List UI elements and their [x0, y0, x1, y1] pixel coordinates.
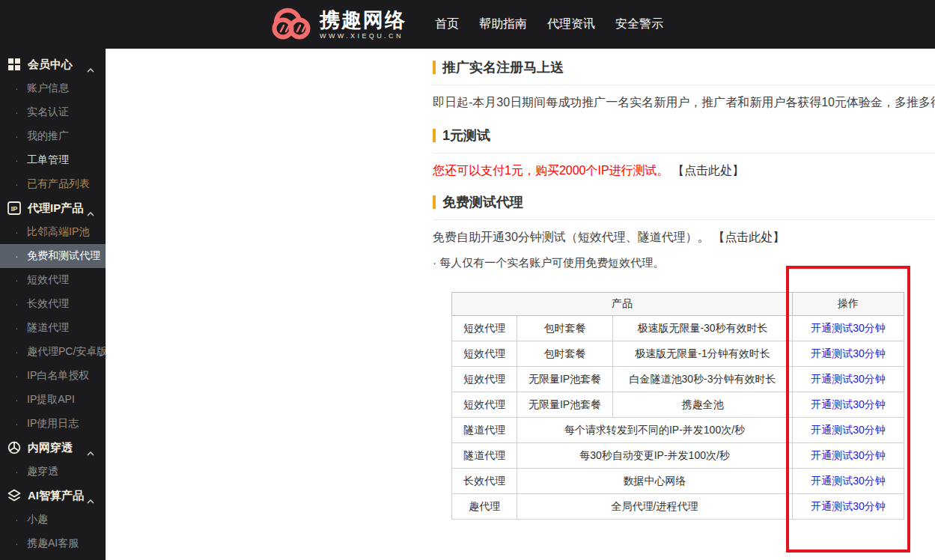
open-test-30min-link[interactable]: 开通测试30分钟: [811, 475, 886, 487]
chevron-up-icon: [87, 493, 94, 507]
nav-item-proxy-news[interactable]: 代理资讯: [547, 16, 595, 32]
one-yuan-click-here-link[interactable]: 【点击此处】: [672, 164, 744, 177]
sidebar-item-tunnel-proxy[interactable]: 隧道代理: [0, 316, 106, 340]
nav-item-security-alert[interactable]: 安全警示: [615, 16, 663, 32]
table-row: 短效代理 无限量IP池套餐 白金隧道池30秒-3分钟有效时长 开通测试30分钟: [452, 367, 904, 392]
section-title-one-yuan-test: 1元测试: [433, 127, 935, 144]
sidebar-item-qu-tunneling[interactable]: 趣穿透: [0, 460, 106, 484]
one-yuan-paragraph: 您还可以支付1元，购买2000个IP进行测试。 【点击此处】: [433, 162, 935, 179]
chevron-up-icon: [87, 62, 94, 76]
table-row: 短效代理 包时套餐 极速版无限量-1分钟有效时长 开通测试30分钟: [452, 341, 904, 367]
sidebar-item-ip-extract-api[interactable]: IP提取API: [0, 388, 106, 412]
sidebar-item-realname-auth[interactable]: 实名认证: [0, 100, 106, 124]
divider: [433, 153, 935, 153]
title-accent-bar: [433, 195, 436, 209]
sidebar-item-ip-whitelist-auth[interactable]: IP白名单授权: [0, 364, 106, 388]
section-title-promo: 推广实名注册马上送: [433, 59, 935, 76]
nav-item-help-guide[interactable]: 帮助指南: [479, 16, 527, 32]
logo-title: 携趣网络: [320, 10, 406, 31]
title-accent-bar: [433, 61, 436, 74]
table-row: 短效代理 无限量IP池套餐 携趣全池 开通测试30分钟: [452, 392, 904, 418]
sidebar-item-short-term-proxy[interactable]: 短效代理: [0, 268, 106, 292]
table-row: 长效代理 数据中心网络 开通测试30分钟: [452, 469, 904, 494]
sidebar-item-owned-product-list[interactable]: 已有产品列表: [0, 172, 106, 196]
layers-icon: [7, 489, 21, 502]
sidebar-item-ticket-management[interactable]: 工单管理: [0, 148, 106, 172]
open-test-30min-link[interactable]: 开通测试30分钟: [811, 347, 886, 359]
sidebar-section-ai-computing-products[interactable]: AI智算产品: [0, 484, 106, 508]
column-header-product: 产品: [452, 293, 793, 316]
page: 携趣网络 WWW.XIEQU.CN 首页 帮助指南 代理资讯 安全警示 会员中心: [0, 0, 935, 560]
open-test-30min-link[interactable]: 开通测试30分钟: [811, 322, 886, 334]
free-test-click-here-link[interactable]: 【点击此处】: [713, 231, 785, 243]
sidebar-item-free-and-test-proxy[interactable]: 免费和测试代理: [0, 244, 106, 268]
sidebar: 会员中心 账户信息 实名认证 我的推广 工单管理 已有产品列表 IP 代理IP产…: [0, 49, 106, 560]
table-row: 隧道代理 每个请求转发到不同的IP-并发100次/秒 开通测试30分钟: [452, 418, 904, 443]
column-header-action: 操作: [793, 293, 904, 316]
logo-text: 携趣网络 WWW.XIEQU.CN: [320, 10, 406, 40]
open-test-30min-link[interactable]: 开通测试30分钟: [811, 424, 886, 436]
one-yuan-alert-text: 您还可以支付1元，购买2000个IP进行测试。: [433, 164, 669, 177]
divider: [433, 85, 935, 85]
top-header: 携趣网络 WWW.XIEQU.CN 首页 帮助指南 代理资讯 安全警示: [0, 0, 935, 49]
chevron-up-icon: [87, 445, 94, 459]
title-accent-bar: [433, 129, 436, 142]
chevron-up-icon: [87, 206, 94, 219]
sidebar-item-xiequ-ai-service[interactable]: 携趣AI客服: [0, 532, 106, 556]
open-test-30min-link[interactable]: 开通测试30分钟: [811, 449, 886, 461]
node-network-icon: [7, 441, 21, 454]
sidebar-item-ip-usage-log[interactable]: IP使用日志: [0, 412, 106, 436]
open-test-30min-link[interactable]: 开通测试30分钟: [811, 373, 886, 385]
sidebar-item-my-referral[interactable]: 我的推广: [0, 124, 106, 148]
nav-item-home[interactable]: 首页: [435, 16, 459, 32]
sidebar-item-quproxy-pc-android[interactable]: 趣代理PC/安卓版: [0, 340, 106, 364]
sidebar-item-account-info[interactable]: 账户信息: [0, 76, 106, 100]
grid-icon: [7, 58, 21, 71]
table-row: 短效代理 包时套餐 极速版无限量-30秒有效时长 开通测试30分钟: [452, 316, 904, 341]
promo-paragraph: 即日起-本月30日期间每成功推广一名实名新用户，推广者和新用户各获得10元体验金…: [433, 94, 935, 111]
sidebar-item-long-term-proxy[interactable]: 长效代理: [0, 292, 106, 316]
divider: [433, 219, 935, 220]
table-row: 趣代理 全局代理/进程代理 开通测试30分钟: [452, 494, 904, 520]
logo: 携趣网络 WWW.XIEQU.CN: [272, 6, 406, 43]
section-title-free-test-proxy: 免费测试代理: [433, 194, 935, 210]
sidebar-item-bilin-premium-ip-pool[interactable]: 比邻高端IP池: [0, 220, 106, 244]
sidebar-section-proxy-ip-products[interactable]: IP 代理IP产品: [0, 196, 106, 220]
sidebar-item-xiaoqu[interactable]: 小趣: [0, 508, 106, 532]
products-table: 产品 操作 短效代理 包时套餐 极速版无限量-30秒有效时长 开通测试30分钟 …: [451, 292, 904, 520]
logo-subtitle: WWW.XIEQU.CN: [320, 32, 406, 40]
open-test-30min-link[interactable]: 开通测试30分钟: [811, 398, 886, 410]
main-content: 推广实名注册马上送 即日起-本月30日期间每成功推广一名实名新用户，推广者和新用…: [106, 49, 935, 560]
sidebar-section-intranet-tunneling[interactable]: 内网穿透: [0, 436, 106, 460]
cloud-logo-icon: [272, 6, 312, 43]
table-row: 隧道代理 每30秒自动变更IP-并发100次/秒 开通测试30分钟: [452, 443, 904, 469]
free-test-note: · 每人仅有一个实名账户可使用免费短效代理。: [433, 255, 935, 271]
top-nav: 首页 帮助指南 代理资讯 安全警示: [435, 16, 663, 32]
svg-text:IP: IP: [11, 205, 18, 213]
open-test-30min-link[interactable]: 开通测试30分钟: [811, 500, 886, 512]
ip-badge-icon: IP: [7, 201, 21, 215]
table-header-row: 产品 操作: [452, 293, 904, 316]
sidebar-section-member-center[interactable]: 会员中心: [0, 52, 106, 76]
free-test-paragraph: 免费自助开通30分钟测试（短效代理、隧道代理）。 【点击此处】: [433, 229, 935, 246]
